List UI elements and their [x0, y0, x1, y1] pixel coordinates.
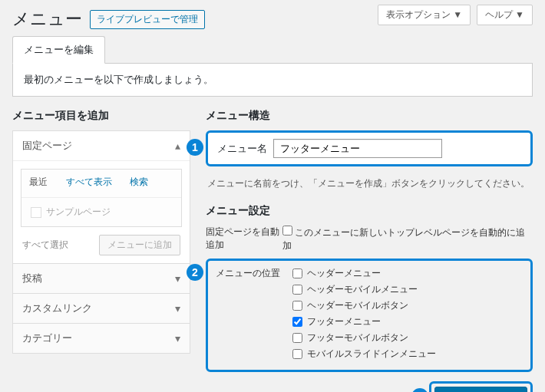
- chevron-down-icon: ▾: [175, 302, 180, 315]
- create-button-highlight: 3 メニューを作成: [429, 381, 533, 392]
- menu-structure-heading: メニュー構造: [206, 109, 533, 123]
- location-option[interactable]: フッターモバイルボタン: [292, 331, 523, 344]
- accordion-category[interactable]: カテゴリー ▾: [13, 324, 190, 353]
- menu-name-input[interactable]: [273, 139, 442, 158]
- location-checkbox[interactable]: [292, 285, 302, 295]
- auto-add-checkbox[interactable]: [282, 226, 292, 236]
- menu-name-highlight: 1 メニュー名: [206, 130, 533, 166]
- accordion-custom-link[interactable]: カスタムリンク ▾: [13, 294, 190, 323]
- location-label: ヘッダーモバイルメニュー: [307, 284, 418, 295]
- select-all-link[interactable]: すべて選択: [22, 239, 68, 252]
- auto-add-label: 固定ページを自動追加: [206, 226, 282, 252]
- location-checkbox[interactable]: [292, 333, 302, 343]
- add-items-heading: メニュー項目を追加: [12, 109, 190, 123]
- location-label: フッターモバイルボタン: [307, 332, 408, 343]
- accordion-posts-label: 投稿: [22, 272, 42, 285]
- accordion-posts[interactable]: 投稿 ▾: [13, 264, 190, 293]
- tab-edit-menu[interactable]: メニューを編集: [12, 36, 105, 64]
- notice-box: 最初のメニューを以下で作成しましょう。: [12, 63, 533, 97]
- chevron-up-icon: ▴: [175, 140, 180, 152]
- accordion-pages[interactable]: 固定ページ ▴: [13, 131, 190, 160]
- annotation-badge-3: 3: [411, 388, 428, 392]
- chevron-down-icon: ▾: [175, 272, 180, 285]
- menu-location-highlight: 2 メニューの位置 ヘッダーメニューヘッダーモバイルメニューヘッダーモバイルボタ…: [206, 259, 533, 372]
- accordion-custom-label: カスタムリンク: [22, 301, 92, 315]
- display-options-button[interactable]: 表示オプション ▼: [378, 5, 471, 25]
- annotation-badge-2: 2: [187, 264, 203, 281]
- location-label: ヘッダーモバイルボタン: [307, 300, 408, 311]
- location-option[interactable]: モバイルスライドインメニュー: [292, 348, 523, 361]
- subtab-search[interactable]: 検索: [122, 170, 156, 195]
- sample-page-label: サンプルページ: [46, 206, 111, 217]
- add-to-menu-button[interactable]: メニューに追加: [99, 235, 180, 255]
- create-menu-button[interactable]: メニューを作成: [434, 387, 527, 392]
- accordion: 固定ページ ▴ 最近 すべて表示 検索 サンプルページ: [12, 130, 190, 354]
- chevron-down-icon: ▾: [175, 332, 180, 344]
- help-button[interactable]: ヘルプ ▼: [477, 5, 533, 25]
- location-option[interactable]: フッターメニュー: [292, 315, 523, 328]
- location-label: ヘッダーメニュー: [307, 268, 381, 278]
- location-checkbox[interactable]: [292, 268, 302, 278]
- menu-location-label: メニューの位置: [216, 267, 292, 280]
- location-checkbox[interactable]: [292, 317, 302, 327]
- auto-add-checkbox-label[interactable]: このメニューに新しいトップレベルページを自動的に追加: [282, 227, 525, 251]
- subtab-all[interactable]: すべて表示: [58, 170, 120, 195]
- location-option[interactable]: ヘッダーメニュー: [292, 267, 523, 280]
- menu-name-label: メニュー名: [217, 142, 267, 156]
- location-checkbox[interactable]: [292, 301, 302, 311]
- menu-settings-heading: メニュー設定: [206, 204, 533, 218]
- location-label: フッターメニュー: [307, 316, 381, 327]
- auto-add-text: このメニューに新しいトップレベルページを自動的に追加: [282, 227, 525, 251]
- page-title: メニュー: [12, 8, 82, 31]
- location-option[interactable]: ヘッダーモバイルメニュー: [292, 283, 523, 296]
- live-preview-button[interactable]: ライブプレビューで管理: [90, 10, 205, 29]
- accordion-pages-label: 固定ページ: [22, 139, 72, 153]
- help-text: メニューに名前をつけ、「メニューを作成」ボタンをクリックしてください。: [207, 177, 533, 190]
- subtab-recent[interactable]: 最近: [21, 170, 55, 197]
- location-option[interactable]: ヘッダーモバイルボタン: [292, 299, 523, 312]
- location-checkbox[interactable]: [292, 349, 302, 359]
- location-label: モバイルスライドインメニュー: [307, 348, 436, 359]
- annotation-badge-1: 1: [187, 139, 203, 156]
- accordion-category-label: カテゴリー: [22, 331, 72, 345]
- sample-page-checkbox[interactable]: [31, 207, 41, 218]
